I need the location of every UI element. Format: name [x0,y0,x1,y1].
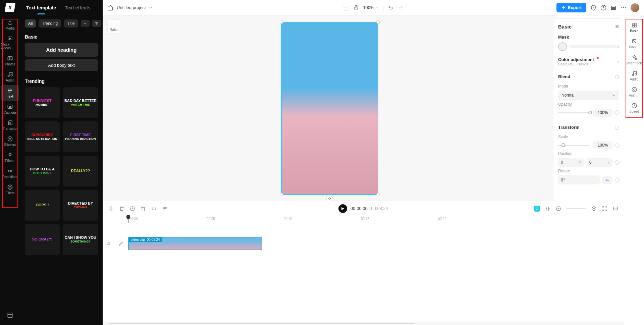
export-button[interactable]: Export [556,3,586,12]
tab-text-template[interactable]: Text template [26,5,56,10]
opacity-slider[interactable] [558,112,590,113]
reset-transform-icon[interactable] [614,125,619,130]
text-template-item[interactable]: HOW TO BE ABOLD MAN? [25,156,60,186]
tab-text-effects[interactable]: Text effects [65,5,91,10]
redo-icon[interactable] [398,5,404,11]
app-logo[interactable]: X [5,3,16,12]
close-inspector-icon[interactable]: ✕ [615,23,619,30]
hand-tool-icon[interactable] [353,5,359,11]
shield-check-icon[interactable] [590,5,596,11]
resize-handle-tr[interactable] [376,20,380,24]
template-list[interactable]: Basic Add heading Add body text Trending… [20,32,103,325]
nav-item-transitions[interactable]: Transitions [1,165,19,181]
text-template-item[interactable]: SUBSCRIBEBELL NOTIFICATION [25,121,60,152]
scale-slider[interactable] [558,145,590,146]
rotate-keyframe-icon[interactable] [614,177,620,183]
enhance-tool-icon[interactable] [162,206,168,212]
text-template-item[interactable]: BAD DAY BETTERWATCH THIS [63,87,98,118]
position-y-input[interactable]: 0Y [587,158,612,167]
project-name-dropdown[interactable]: Untitled project [117,5,153,10]
resize-handle-br[interactable] [376,193,380,196]
color-expand-icon[interactable]: › [618,59,619,64]
video-clip[interactable]: video clip 00:08:24 [128,237,262,250]
add-body-text-button[interactable]: Add body text [25,59,98,71]
magnet-snap-icon[interactable] [534,206,540,212]
track-edit-icon[interactable] [118,241,123,246]
chip-title[interactable]: Title [64,19,78,28]
text-template-item[interactable]: REALLY?? [63,156,98,186]
nav-item-audio[interactable]: Audio [1,69,19,85]
scale-keyframe-icon[interactable] [614,143,620,148]
timeline-ruler[interactable]: 00:0000:0500:1000:1500:20 [103,216,624,223]
user-avatar[interactable] [631,3,639,12]
undo-icon[interactable] [388,5,394,11]
more-icon[interactable] [621,5,627,11]
nav-item-filters[interactable]: Filters [1,181,19,198]
text-template-item[interactable]: FIRST TIMEHEARING REACTION [63,121,98,152]
home-icon[interactable] [107,5,113,11]
position-keyframe-icon[interactable] [614,160,620,165]
nav-item-effects[interactable]: Effects [1,149,19,165]
zoom-out-timeline-icon[interactable] [555,206,561,212]
mask-expand-icon[interactable]: › [618,44,619,49]
video-preview-frame[interactable]: ⟳ [281,22,378,195]
text-template-item[interactable]: FUNNIESTMOMENT [25,87,60,118]
aspect-ratio-button[interactable]: Ratio [107,19,120,34]
chip-trending[interactable]: Trending [39,19,61,28]
zoom-in-timeline-icon[interactable] [591,206,597,212]
rail-item-basic[interactable]: Basic [626,19,643,36]
layers-icon[interactable] [610,5,616,11]
timeline-zoom-slider[interactable] [566,208,586,209]
mask-none-icon[interactable] [558,42,567,51]
track-audio-icon[interactable] [106,241,111,246]
scale-value[interactable]: 100% [593,141,612,149]
nav-item-transcript[interactable]: Transcript [1,117,19,133]
reset-blend-icon[interactable] [614,75,619,79]
text-template-item[interactable]: CAN I SHOW YOUSOMETHING? [63,224,98,255]
timeline-play-button[interactable]: ▶ [338,204,347,213]
nav-item-media[interactable]: Media [1,17,19,33]
preview-play-icon[interactable] [343,5,349,11]
zoom-dropdown[interactable]: 100% [363,5,379,10]
delete-clip-icon[interactable] [119,206,125,212]
nav-item-captions[interactable]: Captions [1,101,19,117]
resize-handle-tl[interactable] [280,20,283,24]
mirror-tool-icon[interactable] [151,206,157,212]
cut-mode-icon[interactable] [545,206,551,212]
canvas-area[interactable]: Ratio ⟳ [103,15,557,201]
flip-button[interactable]: ⇋ [602,176,612,184]
expand-panel-button[interactable] [1,310,19,321]
rail-item-anim-[interactable]: Anim... [626,84,643,100]
chip-all[interactable]: All [25,19,36,28]
crop-tool-icon[interactable] [140,206,146,212]
text-template-item[interactable]: SO CRAZY! [25,224,60,255]
nav-item-photos[interactable]: Photos [1,53,19,69]
svg-rect-30 [110,207,112,211]
blend-mode-select[interactable]: Normal [558,91,619,100]
rail-item-back-[interactable]: Back... [626,36,643,52]
rotate-input[interactable]: 0° [558,175,600,184]
rail-item-smart-tools[interactable]: Smart tools [626,52,643,68]
resize-handle-bl[interactable] [280,193,283,196]
nav-item-stock-videos[interactable]: Stock videos [1,33,19,53]
opacity-keyframe-icon[interactable] [614,110,620,116]
speed-tool-icon[interactable] [129,206,136,212]
help-icon[interactable] [600,5,606,11]
fit-timeline-icon[interactable] [602,206,608,212]
chip-more[interactable] [81,20,90,27]
rail-item-speed[interactable]: Speed [626,100,643,116]
opacity-value[interactable]: 100% [593,109,612,117]
split-tool-icon[interactable] [108,206,114,212]
timeline-settings-icon[interactable] [612,206,619,212]
timeline-tracks[interactable]: video clip 00:08:24 [103,223,624,322]
position-x-input[interactable]: 0X [558,158,584,167]
text-template-item[interactable]: DIRECTED BYTHOMAS [63,190,98,221]
text-template-item[interactable]: OOPS!! [25,190,60,221]
timeline-scrollbar[interactable] [103,322,624,325]
add-heading-button[interactable]: Add heading [25,43,98,57]
nav-item-text[interactable]: Text [1,85,19,101]
nav-item-stickers[interactable]: Stickers [1,133,19,149]
playhead[interactable] [128,216,128,223]
filter-settings-button[interactable] [92,20,101,27]
rail-item-audio[interactable]: Audio [626,68,643,84]
